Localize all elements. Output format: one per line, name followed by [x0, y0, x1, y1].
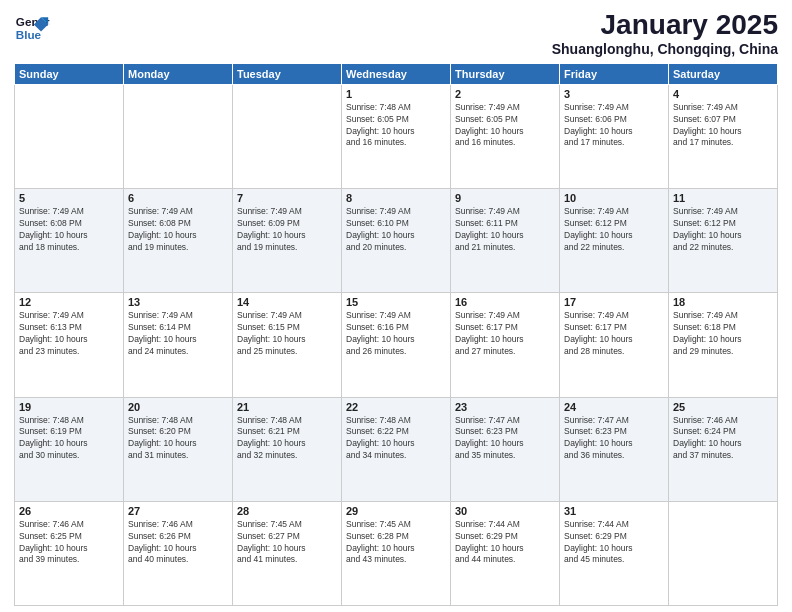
page-subtitle: Shuanglonghu, Chongqing, China: [552, 41, 778, 57]
day-number: 19: [19, 401, 119, 413]
day-number: 18: [673, 296, 773, 308]
day-info: Sunrise: 7:46 AM Sunset: 6:25 PM Dayligh…: [19, 519, 119, 567]
day-info: Sunrise: 7:46 AM Sunset: 6:26 PM Dayligh…: [128, 519, 228, 567]
day-info: Sunrise: 7:44 AM Sunset: 6:29 PM Dayligh…: [455, 519, 555, 567]
calendar-cell: 9Sunrise: 7:49 AM Sunset: 6:11 PM Daylig…: [451, 189, 560, 293]
day-number: 30: [455, 505, 555, 517]
day-info: Sunrise: 7:45 AM Sunset: 6:27 PM Dayligh…: [237, 519, 337, 567]
weekday-friday: Friday: [560, 63, 669, 84]
calendar-cell: [233, 84, 342, 188]
day-info: Sunrise: 7:45 AM Sunset: 6:28 PM Dayligh…: [346, 519, 446, 567]
day-number: 11: [673, 192, 773, 204]
title-block: January 2025 Shuanglonghu, Chongqing, Ch…: [552, 10, 778, 57]
calendar-cell: 8Sunrise: 7:49 AM Sunset: 6:10 PM Daylig…: [342, 189, 451, 293]
calendar-cell: 17Sunrise: 7:49 AM Sunset: 6:17 PM Dayli…: [560, 293, 669, 397]
day-info: Sunrise: 7:49 AM Sunset: 6:12 PM Dayligh…: [673, 206, 773, 254]
day-info: Sunrise: 7:44 AM Sunset: 6:29 PM Dayligh…: [564, 519, 664, 567]
header: General Blue January 2025 Shuanglonghu, …: [14, 10, 778, 57]
week-row-2: 5Sunrise: 7:49 AM Sunset: 6:08 PM Daylig…: [15, 189, 778, 293]
weekday-sunday: Sunday: [15, 63, 124, 84]
day-number: 1: [346, 88, 446, 100]
calendar-cell: 11Sunrise: 7:49 AM Sunset: 6:12 PM Dayli…: [669, 189, 778, 293]
day-number: 13: [128, 296, 228, 308]
calendar-cell: 26Sunrise: 7:46 AM Sunset: 6:25 PM Dayli…: [15, 501, 124, 605]
day-info: Sunrise: 7:47 AM Sunset: 6:23 PM Dayligh…: [564, 415, 664, 463]
day-number: 23: [455, 401, 555, 413]
day-info: Sunrise: 7:49 AM Sunset: 6:13 PM Dayligh…: [19, 310, 119, 358]
day-info: Sunrise: 7:49 AM Sunset: 6:15 PM Dayligh…: [237, 310, 337, 358]
calendar-cell: 19Sunrise: 7:48 AM Sunset: 6:19 PM Dayli…: [15, 397, 124, 501]
weekday-wednesday: Wednesday: [342, 63, 451, 84]
calendar-cell: [15, 84, 124, 188]
day-number: 2: [455, 88, 555, 100]
calendar-cell: 2Sunrise: 7:49 AM Sunset: 6:05 PM Daylig…: [451, 84, 560, 188]
day-number: 25: [673, 401, 773, 413]
logo-icon: General Blue: [14, 10, 50, 46]
logo: General Blue: [14, 10, 54, 46]
calendar-cell: 24Sunrise: 7:47 AM Sunset: 6:23 PM Dayli…: [560, 397, 669, 501]
calendar-cell: 30Sunrise: 7:44 AM Sunset: 6:29 PM Dayli…: [451, 501, 560, 605]
calendar-table: SundayMondayTuesdayWednesdayThursdayFrid…: [14, 63, 778, 606]
day-info: Sunrise: 7:48 AM Sunset: 6:22 PM Dayligh…: [346, 415, 446, 463]
calendar-cell: 3Sunrise: 7:49 AM Sunset: 6:06 PM Daylig…: [560, 84, 669, 188]
day-number: 3: [564, 88, 664, 100]
day-number: 24: [564, 401, 664, 413]
page: General Blue January 2025 Shuanglonghu, …: [0, 0, 792, 612]
calendar-cell: 14Sunrise: 7:49 AM Sunset: 6:15 PM Dayli…: [233, 293, 342, 397]
calendar-cell: 13Sunrise: 7:49 AM Sunset: 6:14 PM Dayli…: [124, 293, 233, 397]
day-info: Sunrise: 7:49 AM Sunset: 6:12 PM Dayligh…: [564, 206, 664, 254]
day-info: Sunrise: 7:49 AM Sunset: 6:09 PM Dayligh…: [237, 206, 337, 254]
weekday-monday: Monday: [124, 63, 233, 84]
day-number: 14: [237, 296, 337, 308]
day-info: Sunrise: 7:46 AM Sunset: 6:24 PM Dayligh…: [673, 415, 773, 463]
calendar-cell: 15Sunrise: 7:49 AM Sunset: 6:16 PM Dayli…: [342, 293, 451, 397]
day-info: Sunrise: 7:49 AM Sunset: 6:10 PM Dayligh…: [346, 206, 446, 254]
day-number: 27: [128, 505, 228, 517]
day-info: Sunrise: 7:49 AM Sunset: 6:17 PM Dayligh…: [455, 310, 555, 358]
day-number: 5: [19, 192, 119, 204]
day-number: 10: [564, 192, 664, 204]
day-number: 8: [346, 192, 446, 204]
day-info: Sunrise: 7:48 AM Sunset: 6:05 PM Dayligh…: [346, 102, 446, 150]
day-info: Sunrise: 7:49 AM Sunset: 6:14 PM Dayligh…: [128, 310, 228, 358]
day-number: 31: [564, 505, 664, 517]
weekday-header-row: SundayMondayTuesdayWednesdayThursdayFrid…: [15, 63, 778, 84]
calendar-cell: 20Sunrise: 7:48 AM Sunset: 6:20 PM Dayli…: [124, 397, 233, 501]
calendar-cell: 5Sunrise: 7:49 AM Sunset: 6:08 PM Daylig…: [15, 189, 124, 293]
day-info: Sunrise: 7:49 AM Sunset: 6:16 PM Dayligh…: [346, 310, 446, 358]
weekday-tuesday: Tuesday: [233, 63, 342, 84]
calendar-cell: 22Sunrise: 7:48 AM Sunset: 6:22 PM Dayli…: [342, 397, 451, 501]
day-info: Sunrise: 7:49 AM Sunset: 6:08 PM Dayligh…: [128, 206, 228, 254]
day-info: Sunrise: 7:49 AM Sunset: 6:08 PM Dayligh…: [19, 206, 119, 254]
calendar-cell: 27Sunrise: 7:46 AM Sunset: 6:26 PM Dayli…: [124, 501, 233, 605]
page-title: January 2025: [552, 10, 778, 41]
day-number: 7: [237, 192, 337, 204]
calendar-cell: 25Sunrise: 7:46 AM Sunset: 6:24 PM Dayli…: [669, 397, 778, 501]
day-number: 20: [128, 401, 228, 413]
week-row-1: 1Sunrise: 7:48 AM Sunset: 6:05 PM Daylig…: [15, 84, 778, 188]
day-info: Sunrise: 7:49 AM Sunset: 6:05 PM Dayligh…: [455, 102, 555, 150]
calendar-cell: 18Sunrise: 7:49 AM Sunset: 6:18 PM Dayli…: [669, 293, 778, 397]
day-info: Sunrise: 7:49 AM Sunset: 6:11 PM Dayligh…: [455, 206, 555, 254]
svg-text:Blue: Blue: [16, 28, 42, 41]
day-info: Sunrise: 7:47 AM Sunset: 6:23 PM Dayligh…: [455, 415, 555, 463]
day-info: Sunrise: 7:49 AM Sunset: 6:06 PM Dayligh…: [564, 102, 664, 150]
day-number: 4: [673, 88, 773, 100]
day-number: 29: [346, 505, 446, 517]
calendar-cell: 4Sunrise: 7:49 AM Sunset: 6:07 PM Daylig…: [669, 84, 778, 188]
day-number: 26: [19, 505, 119, 517]
day-number: 16: [455, 296, 555, 308]
day-number: 9: [455, 192, 555, 204]
calendar-cell: [124, 84, 233, 188]
day-number: 12: [19, 296, 119, 308]
calendar-cell: [669, 501, 778, 605]
calendar-cell: 16Sunrise: 7:49 AM Sunset: 6:17 PM Dayli…: [451, 293, 560, 397]
weekday-saturday: Saturday: [669, 63, 778, 84]
calendar-cell: 31Sunrise: 7:44 AM Sunset: 6:29 PM Dayli…: [560, 501, 669, 605]
week-row-5: 26Sunrise: 7:46 AM Sunset: 6:25 PM Dayli…: [15, 501, 778, 605]
calendar-cell: 1Sunrise: 7:48 AM Sunset: 6:05 PM Daylig…: [342, 84, 451, 188]
day-number: 21: [237, 401, 337, 413]
day-number: 28: [237, 505, 337, 517]
calendar-cell: 6Sunrise: 7:49 AM Sunset: 6:08 PM Daylig…: [124, 189, 233, 293]
calendar-cell: 21Sunrise: 7:48 AM Sunset: 6:21 PM Dayli…: [233, 397, 342, 501]
